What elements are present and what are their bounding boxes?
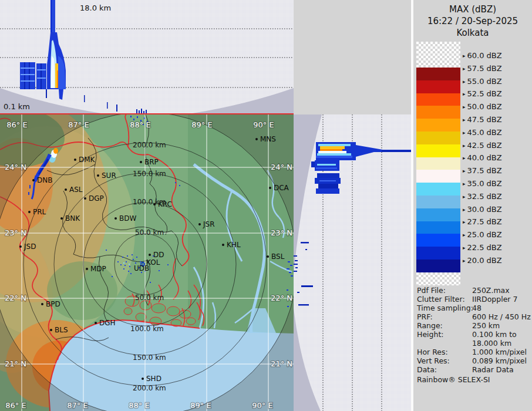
legend-entry: ▸60.0 dBZ: [463, 51, 502, 60]
legend-entry: ▸20.0 dBZ: [463, 256, 502, 265]
metadata-row: Vert Res:0.089 km/pixel: [417, 356, 530, 365]
city-label-bdw: BDW: [119, 214, 136, 223]
metadata-row: Data:Radar Data: [417, 365, 530, 374]
legend-band: [416, 170, 460, 183]
legend-entry: ▸27.5 dBZ: [463, 217, 502, 226]
legend-band: [416, 42, 460, 68]
range-ring-label: 200.0 km: [133, 384, 166, 392]
legend-band: [416, 68, 460, 80]
city-label-dd: DD: [153, 251, 164, 259]
legend-band: [416, 119, 460, 132]
legend-tick-arrow-icon: ▸: [463, 155, 466, 161]
city-marker-dot: [32, 179, 35, 181]
radar-application-window: 18.0 km 0.1 km: [0, 0, 532, 411]
city-label-mns: MNS: [260, 135, 276, 143]
city-marker-dot: [41, 303, 43, 305]
legend-entry-label: 45.0 dBZ: [467, 128, 502, 137]
legend-entry-label: 35.0 dBZ: [467, 179, 502, 188]
city-label-bls: BLS: [55, 326, 68, 334]
legend-entry-label: 40.0 dBZ: [467, 153, 502, 162]
metadata-value: 600 Hz / 450 Hz: [472, 312, 531, 321]
legend-entry: ▸35.0 dBZ: [463, 179, 502, 188]
longitude-label-bottom: 87° E: [67, 401, 87, 410]
legend-band: [416, 272, 460, 285]
metadata-row: Clutter Filter:IIRDoppler 7: [417, 295, 530, 304]
legend-band: [416, 80, 460, 93]
city-label-brp: BRP: [144, 158, 159, 166]
top-cross-section-art: [0, 0, 294, 113]
range-ring-label: 150.0 km: [133, 353, 166, 362]
legend-entry: ▸37.5 dBZ: [463, 166, 502, 175]
software-brand: Rainbow® SELEX-SI: [417, 375, 490, 384]
longitude-label-bottom: 88° E: [129, 401, 149, 410]
range-ring-label: 50.0 km: [135, 294, 164, 302]
latitude-label-right: 23° N: [271, 228, 292, 237]
legend-band: [416, 208, 460, 221]
legend-entry-label: 57.5 dBZ: [467, 64, 502, 73]
legend-entry: ▸40.0 dBZ: [463, 153, 502, 162]
city-marker-dot: [255, 138, 258, 140]
legend-band: [416, 132, 460, 144]
legend-entry-label: 20.0 dBZ: [467, 256, 502, 265]
legend-band: [416, 234, 460, 247]
legend-band: [416, 196, 460, 208]
city-label-dmk: DMK: [79, 156, 96, 164]
metadata-row: PRF:600 Hz / 450 Hz: [417, 312, 530, 321]
city-marker-dot: [267, 255, 269, 258]
metadata-value: 0.089 km/pixel: [472, 356, 530, 365]
city-marker-dot: [140, 161, 142, 163]
legend-entry-label: 25.0 dBZ: [467, 230, 502, 239]
legend-band: [416, 144, 460, 157]
legend-entry: ▸32.5 dBZ: [463, 192, 502, 201]
right-cross-section-art: [294, 114, 411, 411]
city-label-asl: ASL: [69, 186, 83, 194]
legend-tick-arrow-icon: ▸: [463, 143, 466, 149]
city-marker-dot: [153, 203, 156, 206]
legend-tick-arrow-icon: ▸: [463, 168, 466, 174]
city-marker-dot: [86, 268, 88, 270]
metadata-row: Height:0.100 km to: [417, 330, 530, 339]
legend-entry: ▸57.5 dBZ: [463, 64, 502, 73]
metadata-value: Radar Data: [472, 365, 530, 374]
longitude-label-bottom: 89° E: [190, 401, 211, 410]
city-label-khl: KHL: [227, 241, 241, 249]
city-marker-dot: [28, 211, 31, 213]
legend-band: [416, 183, 460, 196]
city-label-jsd: JSD: [23, 242, 36, 251]
city-label-dgp: DGP: [89, 194, 104, 203]
metadata-label: Clutter Filter:: [417, 295, 472, 304]
longitude-label-top: 86° E: [6, 120, 27, 129]
city-label-shd: SHD: [146, 375, 161, 383]
longitude-label-top: 89° E: [191, 120, 212, 129]
legend-tick-arrow-icon: ▸: [463, 53, 466, 59]
legend-tick-arrow-icon: ▸: [463, 181, 466, 187]
city-label-udb: UDB: [134, 264, 149, 272]
latitude-label-right: 21° N: [271, 359, 292, 368]
city-label-prl: PRL: [33, 208, 46, 216]
metadata-label: Pdf File:: [417, 286, 472, 295]
product-header: MAX (dBZ) 16:22 / 20-Sep-2025 Kolkata: [413, 4, 532, 39]
metadata-row: Hor Res:1.000 km/pixel: [417, 348, 530, 356]
legend-entry-label: 55.0 dBZ: [467, 77, 502, 86]
range-ring-label: 200.0 km: [133, 141, 166, 149]
longitude-label-top: 87° E: [68, 120, 89, 129]
latitude-label-left: 22° N: [5, 294, 26, 302]
legend-band: [416, 93, 460, 106]
metadata-label: [417, 339, 472, 348]
legend-entry-label: 42.5 dBZ: [467, 141, 502, 150]
city-marker-dot: [222, 244, 224, 246]
range-ring-label: 100.0 km: [130, 325, 164, 333]
metadata-value: 0.100 km to: [472, 330, 530, 339]
range-ring-label: 50.0 km: [135, 228, 164, 237]
radar-map-canvas[interactable]: 200.0 km150.0 km100.0 km50.0 km50.0 km10…: [0, 114, 294, 411]
legend-tick-arrow-icon: ▸: [463, 104, 466, 110]
legend-tick-arrow-icon: ▸: [463, 117, 466, 123]
city-label-sur: SUR: [102, 171, 116, 180]
legend-tick-arrow-icon: ▸: [463, 66, 466, 72]
coverage-wedge-right: [193, 88, 294, 113]
city-label-dca: DCA: [274, 184, 289, 192]
metadata-value: 1.000 km/pixel: [472, 348, 530, 356]
metadata-label: Time sampling:: [417, 304, 472, 312]
legend-band: [416, 157, 460, 170]
legend-tick-arrow-icon: ▸: [463, 245, 466, 251]
